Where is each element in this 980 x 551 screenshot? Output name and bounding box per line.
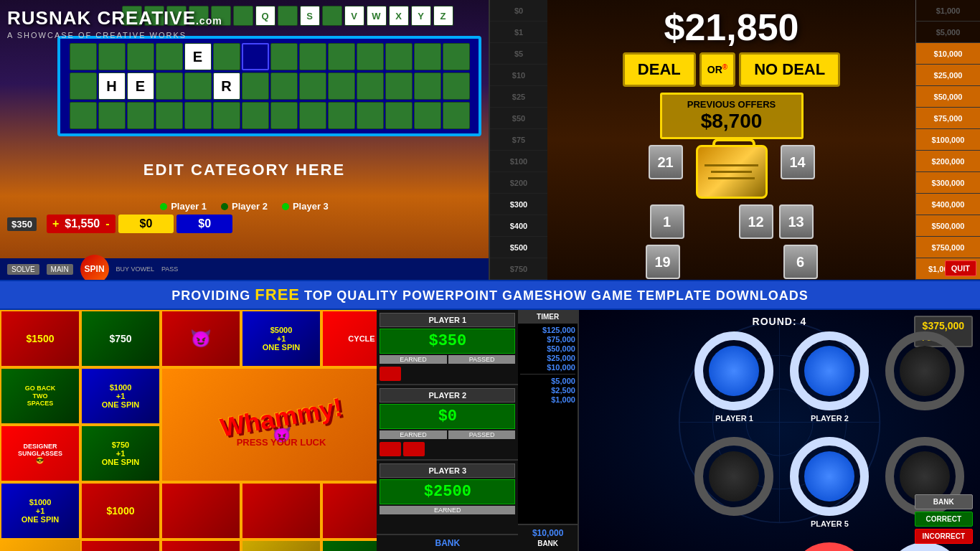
player2-label: Player 2 [221,201,268,212]
cell [98,43,126,70]
pyl-cell-1000-3: $1000 [80,482,161,540]
buzzer-ring-p4[interactable] [694,437,773,516]
cell [299,102,326,129]
case-1[interactable]: 1 [650,204,684,239]
no-deal-button[interactable]: NO DEAL [739,52,840,87]
money-row: $75 [490,129,547,151]
case-14[interactable]: 14 [781,145,815,179]
buzzer-ring-p2[interactable] [790,331,869,410]
cell [184,102,212,129]
case-19[interactable]: 19 [646,245,680,279]
cell [385,72,413,100]
buzzer-player1: PLAYER 1 [694,331,775,423]
money-right-row: $25,000 [915,65,980,86]
money-right-row: $750,000 [915,237,980,258]
case-row-1: 21 14 [547,145,915,199]
player3-dot [282,203,289,210]
buzzer-empty [694,542,775,551]
buzzer-ring-p3[interactable] [885,331,964,410]
cell [70,43,97,70]
money-right-row: $300,000 [915,172,980,194]
player3-label: Player 3 [282,201,329,212]
wof-controls: SOLVE MAIN SPIN BUY VOWEL PASS [0,258,489,280]
cell-blue [242,43,269,70]
money-row: $100 [490,151,547,172]
price-player3-amount: $2500 [380,479,515,504]
cell [328,102,355,129]
players-section: Player 1 Player 2 Player 3 [0,201,489,212]
money-row: $10 [490,65,547,86]
price-passed-label: PASSED [448,355,516,364]
cell [443,72,470,100]
letter-tile-q: Q [255,6,275,26]
correct-button[interactable]: CORRECT [915,512,973,527]
case-6[interactable]: 6 [783,245,818,279]
pyl-grid: $1500 $750 😈 $5000+1ONE SPIN CYCLE GO BA… [0,310,377,551]
player2-dot [221,203,228,210]
player1-amount: $1,550 [65,217,100,230]
scores-section: $350 + $1,550 - $0 $0 [0,215,489,233]
money-right-row: $10,000 [915,43,980,65]
puzzle-row-1: E [65,43,474,70]
price-player1-status: EARNED PASSED [380,355,515,364]
pyl-cell-750-2: $750+1ONE SPIN [80,425,161,482]
buzzer-player3 [885,331,966,423]
cell-h: H [98,72,126,100]
logo-text: RUSNAK CREATIVE.com [7,7,222,29]
cell [385,43,413,70]
money-val-5: $10,000 [520,363,575,372]
pyl-cell-empty2 [241,482,321,540]
cell [156,102,183,129]
money-row: $200 [490,172,547,194]
money-row: $750 [490,258,547,280]
pass-button[interactable]: PASS [161,265,178,273]
money-row: $500 [490,237,547,258]
bank-button[interactable]: BANK [915,494,973,509]
buzzer-player4 [694,437,775,528]
timer-label: TIMER [518,310,578,324]
buzzer-ring-p1[interactable] [694,331,773,410]
pyl-cell-750: $750 [80,310,161,367]
whammy-icon-2 [380,442,401,456]
case-21[interactable]: 21 [649,145,683,179]
letter-tile [278,6,298,26]
case-12[interactable]: 12 [739,204,773,239]
player1-name: Player 1 [171,201,207,212]
money-board-left: $0 $1 $5 $10 $25 $50 $75 $100 $200 $300 … [490,0,547,280]
price-earned-label: EARNED [380,355,447,364]
promo-banner: PROVIDING FREE TOP QUALITY POWERPOINT GA… [0,280,980,310]
cell [414,72,441,100]
main-button[interactable]: MAIN [47,264,73,275]
buzzer-ring-p7[interactable] [790,542,869,551]
money-row: $1 [490,22,547,43]
price-passed-label-2: PASSED [448,430,516,439]
puzzle-row-2: H E R [65,72,474,100]
case-13[interactable]: 13 [779,204,814,239]
price-player2-status: EARNED PASSED [380,430,515,439]
wof-panel: RUSNAK CREATIVE.com A SHOWCASE OF CREATI… [0,0,490,280]
player1-label: Player 1 [160,201,207,212]
buy-vowel-button[interactable]: BUY VOWEL [116,265,154,273]
price-player1-header: PLAYER 1 [380,313,515,327]
money-right-row: $75,000 [915,108,980,129]
letter-tile-s: S [300,6,320,26]
pyl-cell-1500: $1500 [0,310,80,367]
quit-button[interactable]: QUIT [945,260,976,276]
pyl-cell-1000-2: $1000+1ONE SPIN [0,482,80,540]
deal-button[interactable]: DEAL [623,52,696,87]
bank-display: $10,000BANK [518,524,578,551]
cell [299,43,326,70]
buzzer-ring-p5[interactable] [790,437,869,516]
pyl-cell-goback: GO BACKTWOSPACES [0,367,80,425]
logo-subtitle: A SHOWCASE OF CREATIVE WORKS [7,31,222,39]
money-right-row: $200,000 [915,151,980,172]
pyl-cell-trip: ✈ TRIP [241,540,321,551]
price-player1-amount: $350 [380,329,515,354]
dond-main: $21,850 DEAL OR ® NO DEAL PREVIOUS OFFER… [547,0,915,280]
solve-button[interactable]: SOLVE [7,264,39,275]
price-player1: PLAYER 1 $350 EARNED PASSED [377,310,518,385]
incorrect-button[interactable]: INCORRECT [915,529,973,544]
money-val-2: $75,000 [520,335,575,344]
letter-tile-x: X [389,6,409,26]
price-player2: PLAYER 2 $0 EARNED PASSED [377,385,518,461]
